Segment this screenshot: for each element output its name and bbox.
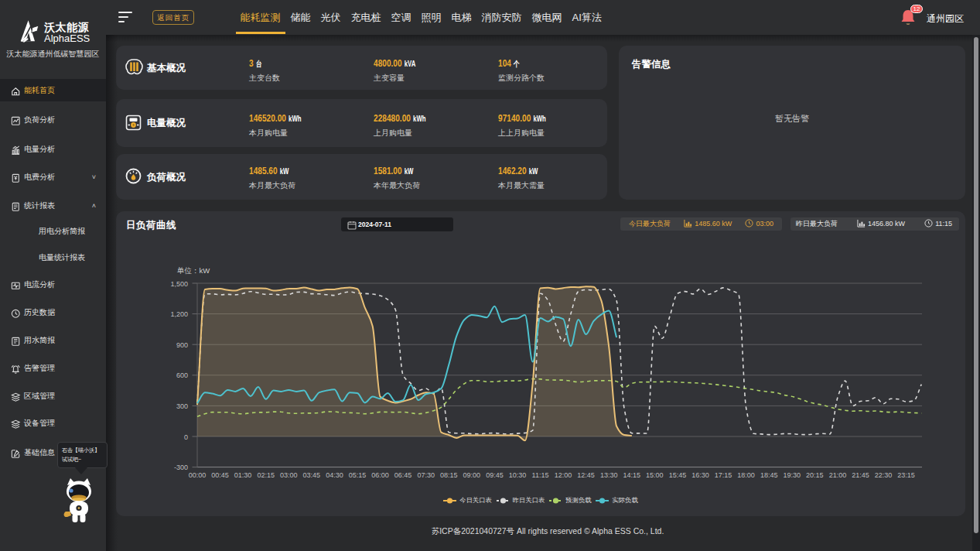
svg-text:19:30: 19:30 <box>784 471 801 479</box>
svg-text:18:45: 18:45 <box>760 471 778 479</box>
svg-text:05:15: 05:15 <box>349 471 367 479</box>
svg-text:06:45: 06:45 <box>394 471 412 479</box>
svg-text:02:15: 02:15 <box>257 471 275 479</box>
svg-text:10:30: 10:30 <box>509 471 527 479</box>
svg-text:03:45: 03:45 <box>303 471 321 479</box>
svg-text:01:30: 01:30 <box>234 471 252 479</box>
svg-text:04:30: 04:30 <box>326 471 343 479</box>
svg-text:1,200: 1,200 <box>170 310 188 318</box>
svg-text:12:00: 12:00 <box>555 471 572 479</box>
svg-text:900: 900 <box>176 341 188 349</box>
svg-text:11:15: 11:15 <box>532 471 549 479</box>
svg-text:17:15: 17:15 <box>715 471 732 479</box>
svg-text:21:45: 21:45 <box>852 471 869 479</box>
svg-text:12:45: 12:45 <box>577 471 595 479</box>
svg-text:07:30: 07:30 <box>417 471 435 479</box>
svg-text:1,500: 1,500 <box>170 280 188 288</box>
svg-text:00:45: 00:45 <box>211 471 229 479</box>
svg-text:300: 300 <box>176 402 188 410</box>
svg-text:22:30: 22:30 <box>875 471 893 479</box>
svg-text:08:15: 08:15 <box>440 471 458 479</box>
svg-text:-300: -300 <box>174 464 188 471</box>
svg-text:18:00: 18:00 <box>737 471 755 479</box>
svg-text:09:00: 09:00 <box>463 471 481 479</box>
svg-text:09:45: 09:45 <box>486 471 504 479</box>
svg-text:15:45: 15:45 <box>669 471 687 479</box>
svg-text:13:30: 13:30 <box>600 471 618 479</box>
svg-text:14:15: 14:15 <box>623 471 641 479</box>
svg-text:20:15: 20:15 <box>806 471 824 479</box>
svg-text:23:15: 23:15 <box>897 471 915 479</box>
svg-text:06:00: 06:00 <box>371 471 389 479</box>
svg-text:600: 600 <box>176 371 188 379</box>
svg-text:0: 0 <box>184 433 188 441</box>
svg-text:03:00: 03:00 <box>280 471 298 479</box>
svg-text:16:30: 16:30 <box>691 471 709 479</box>
svg-text:21:00: 21:00 <box>829 471 847 479</box>
svg-text:15:00: 15:00 <box>646 471 664 479</box>
svg-text:00:00: 00:00 <box>189 471 207 479</box>
svg-text:单位：kW: 单位：kW <box>176 266 210 275</box>
